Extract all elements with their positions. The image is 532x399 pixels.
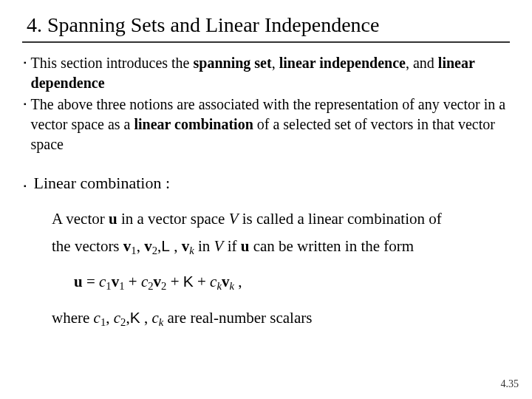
vector-u: u bbox=[74, 273, 83, 290]
list-item: ▪ This section introduces the spanning s… bbox=[24, 53, 510, 93]
heading-text: Linear combination : bbox=[34, 174, 171, 193]
sub: 1 bbox=[131, 244, 136, 256]
bullet-text: This section introduces the spanning set… bbox=[31, 53, 510, 93]
ellipsis: K bbox=[183, 273, 194, 290]
term: linear independence bbox=[279, 55, 406, 71]
ellipsis: L bbox=[161, 237, 170, 254]
sub: 1 bbox=[119, 280, 124, 292]
sub: 2 bbox=[152, 244, 157, 256]
text: is called a linear combination of bbox=[239, 210, 442, 228]
vector: v bbox=[112, 273, 120, 290]
text: , bbox=[272, 55, 279, 71]
vector: v bbox=[182, 237, 190, 255]
scalar: c bbox=[99, 273, 106, 290]
title-underline bbox=[22, 41, 510, 43]
where-line: where c1, c2,K , ck are real-number scal… bbox=[52, 304, 510, 332]
text: if bbox=[223, 237, 240, 255]
term: spanning set bbox=[194, 55, 272, 71]
text: , bbox=[170, 237, 182, 255]
text: , bbox=[137, 237, 145, 255]
ellipsis: K bbox=[130, 309, 140, 326]
equation: u = c1v1 + c2v2 + K + ckvk , bbox=[74, 268, 510, 296]
text: where bbox=[52, 309, 94, 327]
plus: + bbox=[194, 273, 210, 290]
vector: v bbox=[144, 237, 152, 255]
text: in bbox=[194, 237, 214, 255]
vector-u: u bbox=[241, 237, 250, 255]
plus: + bbox=[166, 273, 183, 290]
bullet-icon: ▪ bbox=[24, 95, 27, 154]
bullet-list: ▪ This section introduces the spanning s… bbox=[24, 53, 510, 154]
text: can be written in the form bbox=[249, 237, 414, 255]
vector-u: u bbox=[109, 210, 117, 228]
page-number: 4.35 bbox=[501, 378, 519, 390]
vector: v bbox=[222, 273, 230, 290]
vector: v bbox=[123, 237, 132, 255]
equals: = bbox=[83, 273, 99, 290]
space-v: V bbox=[229, 210, 239, 228]
sub: 2 bbox=[148, 280, 153, 292]
bullet-text: The above three notions are associated w… bbox=[31, 95, 510, 154]
definition-block: A vector u in a vector space V is called… bbox=[52, 206, 510, 332]
page-title: 4. Spanning Sets and Linear Independence bbox=[27, 13, 510, 37]
vector: v bbox=[154, 273, 162, 290]
bullet-icon: ▪ bbox=[24, 177, 27, 196]
list-item: ▪ The above three notions are associated… bbox=[24, 95, 510, 154]
plus: + bbox=[125, 273, 141, 290]
scalar: c bbox=[114, 309, 120, 327]
text: are real-number scalars bbox=[163, 309, 312, 327]
text: , bbox=[106, 309, 114, 327]
slide: 4. Spanning Sets and Linear Independence… bbox=[0, 0, 532, 399]
text: A vector bbox=[52, 210, 109, 228]
bullet-icon: ▪ bbox=[24, 53, 27, 93]
term: linear combination bbox=[134, 116, 253, 132]
scalar: c bbox=[151, 309, 158, 327]
text: , and bbox=[406, 55, 438, 71]
scalar: c bbox=[141, 273, 148, 290]
scalar: c bbox=[94, 309, 100, 327]
definition-line: the vectors v1, v2,L , vk in V if u can … bbox=[52, 233, 510, 260]
linear-combination-heading: ▪ Linear combination : bbox=[24, 174, 510, 196]
text: the vectors bbox=[52, 237, 123, 255]
text: This section introduces the bbox=[31, 55, 194, 71]
text: , bbox=[140, 309, 152, 327]
text: , bbox=[234, 273, 242, 290]
space-v: V bbox=[214, 237, 224, 255]
definition-line: A vector u in a vector space V is called… bbox=[52, 206, 510, 233]
sub: 1 bbox=[106, 280, 111, 292]
text: in a vector space bbox=[117, 210, 229, 228]
